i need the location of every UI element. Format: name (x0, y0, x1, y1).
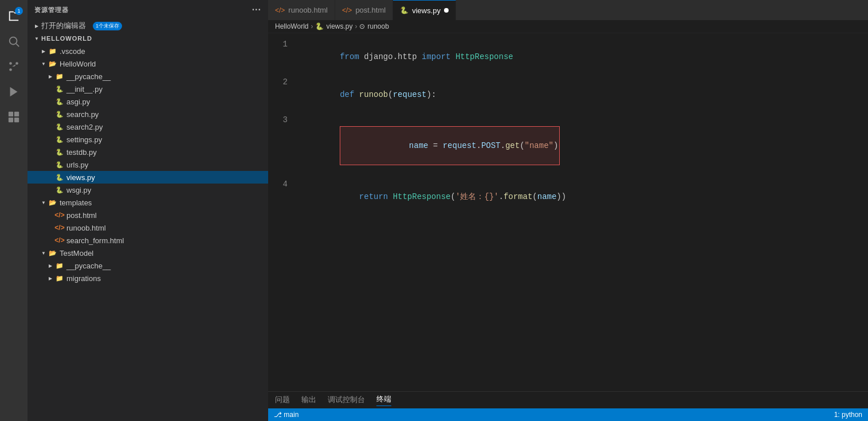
var-request: request (443, 141, 477, 150)
plain-paren7: )) (556, 192, 566, 201)
folder-icon-pycache2: 📁 (55, 261, 64, 270)
sidebar-item-pycache[interactable]: 📁 __pycache__ (28, 70, 268, 83)
breadcrumb-helloworld[interactable]: HelloWorld (275, 22, 308, 30)
code-line-4: 4 return HttpResponse('姓名：{}'.format(nam… (268, 178, 868, 216)
status-python[interactable]: 1: python (834, 411, 862, 419)
init-spacer (46, 84, 55, 93)
tab-dirty-indicator (444, 8, 449, 13)
settings-spacer (46, 135, 55, 144)
tab-html-icon-post: </> (342, 6, 352, 14)
plain-django: django.http (359, 52, 422, 61)
sidebar-item-urls[interactable]: 🐍 urls.py (28, 158, 268, 171)
testmodel-chevron (39, 248, 48, 258)
templates-chevron (39, 198, 48, 207)
line-content-3: name = request.POST.get("name") (297, 114, 868, 178)
breadcrumb-runoob[interactable]: runoob (367, 22, 388, 30)
sidebar-item-pycache2[interactable]: 📁 __pycache__ (28, 259, 268, 272)
plain-space2 (354, 90, 359, 99)
root-folder[interactable]: HELLOWORLD (28, 32, 268, 45)
fn-runoob: runoob (359, 90, 388, 99)
files-icon[interactable] (2, 5, 25, 28)
method-format: format (504, 192, 532, 201)
sidebar-more-button[interactable]: ··· (252, 5, 261, 15)
str-format: '姓名：{}' (455, 192, 499, 201)
sidebar-item-migrations[interactable]: 📁 migrations (28, 272, 268, 284)
sidebar-item-search[interactable]: 🐍 search.py (28, 108, 268, 120)
sidebar-item-vscode[interactable]: 📁 .vscode (28, 45, 268, 57)
root-chevron (32, 34, 41, 43)
open-editors-section[interactable]: 打开的编辑器 1个未保存 (28, 20, 268, 32)
cl-httpresponse2: HttpResponse (393, 192, 451, 201)
code-editor[interactable]: 1 from django.http import HttpResponse 2… (268, 33, 868, 391)
tab-post-label: post.html (355, 6, 386, 14)
breadcrumb-py-icon: 🐍 (315, 22, 324, 30)
sidebar-item-asgi[interactable]: 🐍 asgi.py (28, 95, 268, 108)
status-bar: ⎇ main 1: python (268, 408, 868, 421)
root-folder-label: HELLOWORLD (41, 35, 92, 42)
search-label: search.py (66, 110, 99, 119)
breadcrumb-views[interactable]: views.py (326, 22, 352, 30)
sidebar-item-init[interactable]: 🐍 __init__.py (28, 83, 268, 95)
status-branch[interactable]: ⎇ main (274, 411, 299, 419)
svg-rect-6 (9, 112, 13, 116)
tab-runoob-html[interactable]: </> runoob.html (268, 0, 335, 20)
plain-dot1: . (476, 141, 481, 150)
sidebar-item-runoob-html[interactable]: </> runoob.html (28, 221, 268, 234)
py-icon-search2: 🐍 (55, 122, 64, 131)
sidebar-item-search2[interactable]: 🐍 search2.py (28, 120, 268, 133)
py-icon-urls: 🐍 (55, 160, 64, 169)
sidebar-title: 资源管理器 (34, 6, 69, 14)
wsgi-label: wsgi.py (66, 186, 91, 194)
sidebar-item-testdb[interactable]: 🐍 testdb.py (28, 146, 268, 158)
plain-eq: = (428, 141, 442, 150)
sidebar-item-testmodel[interactable]: 📂 TestModel (28, 247, 268, 259)
plain-paren1: ( (388, 90, 392, 99)
search-spacer (46, 110, 55, 119)
migrations-chevron (46, 274, 55, 283)
sidebar-item-views[interactable]: 🐍 views.py (28, 171, 268, 184)
sidebar-item-post-html[interactable]: </> post.html (28, 209, 268, 221)
tab-post-html[interactable]: </> post.html (335, 0, 393, 20)
plain-paren3: ( (520, 141, 524, 150)
post-spacer (46, 210, 55, 220)
svg-point-4 (15, 62, 18, 65)
vscode-chevron (39, 46, 48, 56)
views-spacer (46, 173, 55, 182)
sidebar-item-helloworld[interactable]: 📂 HelloWorld (28, 57, 268, 70)
status-right: 1: python (834, 411, 862, 419)
panel-tab-output[interactable]: 输出 (301, 395, 316, 406)
var-name: name (390, 141, 428, 150)
helloworld-label: HelloWorld (60, 60, 96, 68)
sidebar-item-search-form-html[interactable]: </> search_form.html (28, 234, 268, 247)
source-control-icon[interactable] (2, 55, 25, 78)
vscode-label: .vscode (60, 47, 85, 56)
line-num-2: 2 (268, 76, 297, 88)
tab-views-py[interactable]: 🐍 views.py (393, 0, 456, 20)
pycache-chevron (46, 72, 55, 81)
tab-runoob-label: runoob.html (288, 6, 328, 14)
post-html-label: post.html (66, 211, 97, 220)
breadcrumb: HelloWorld › 🐍 views.py › ⊙ runoob (268, 20, 868, 33)
panel-area: 问题 输出 调试控制台 终端 (268, 391, 868, 408)
plain-paren6: ( (532, 192, 537, 201)
pycache2-chevron (46, 261, 55, 270)
plain-dot2: . (501, 141, 505, 150)
run-icon[interactable] (2, 80, 25, 103)
plain-space (450, 52, 455, 61)
search2-label: search2.py (66, 123, 103, 131)
testmodel-label: TestModel (60, 249, 93, 258)
extensions-icon[interactable] (2, 106, 25, 128)
folder-icon-pycache: 📁 (55, 72, 64, 81)
search-icon[interactable] (2, 30, 25, 53)
svg-marker-5 (10, 87, 18, 97)
panel-tab-terminal[interactable]: 终端 (376, 394, 391, 406)
tab-py-icon-views: 🐍 (400, 6, 409, 14)
sidebar-item-templates[interactable]: 📂 templates (28, 196, 268, 209)
panel-tab-problems[interactable]: 问题 (275, 395, 290, 406)
searchform-spacer (46, 236, 55, 245)
panel-tab-debug[interactable]: 调试控制台 (328, 395, 365, 406)
cl-httpresponse: HttpResponse (455, 52, 513, 61)
sidebar-item-settings[interactable]: 🐍 settings.py (28, 133, 268, 146)
line-content-2: def runoob(request): (297, 76, 868, 114)
sidebar-item-wsgi[interactable]: 🐍 wsgi.py (28, 184, 268, 196)
